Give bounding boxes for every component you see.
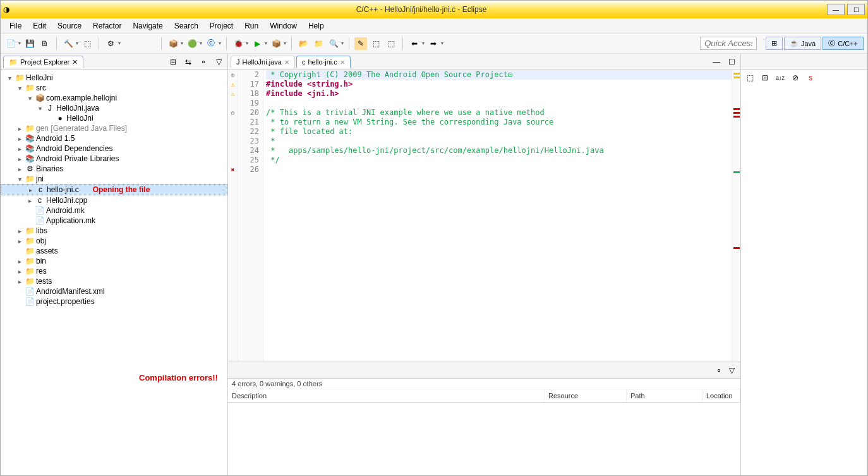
editor-tabs: JHelloJni.java✕chello-jni.c✕ — ☐ — [228, 54, 740, 70]
project-tree[interactable]: ▾📁HelloJni▾📁src▾📦com.example.hellojni▾JH… — [1, 70, 227, 475]
tree-item[interactable]: ▸chello-jni.cOpening the file — [1, 184, 227, 195]
tree-item[interactable]: ▸cHelloJni.cpp — [1, 195, 227, 205]
save-icon[interactable]: 💾 — [23, 37, 36, 50]
editor-tab[interactable]: chello-jni.c✕ — [296, 56, 351, 68]
tree-item[interactable]: ●HelloJni — [1, 113, 227, 123]
collapse-all-icon[interactable]: ⊟ — [167, 56, 179, 68]
hide-static-icon[interactable]: ⊘ — [789, 71, 802, 84]
app-window: ◑ C/C++ - HelloJni/jni/hello-jni.c - Ecl… — [0, 0, 868, 476]
az-sort-icon[interactable]: a↓z — [774, 71, 787, 84]
wizard-icon[interactable]: ⚙ — [104, 37, 117, 50]
menu-run[interactable]: Run — [239, 20, 263, 32]
editor-tab[interactable]: JHelloJni.java✕ — [231, 56, 295, 68]
maximize-view-icon[interactable]: ☐ — [725, 56, 738, 68]
tree-item[interactable]: ▾📦com.example.hellojni — [1, 93, 227, 103]
back-icon[interactable]: ⬅ — [408, 37, 421, 50]
save-all-icon[interactable]: 🗎 — [39, 37, 51, 50]
menu-source[interactable]: Source — [52, 20, 87, 32]
link-icon[interactable]: ⬚ — [370, 37, 382, 50]
menu-file[interactable]: File — [4, 20, 27, 32]
close-icon[interactable]: ✕ — [340, 59, 345, 66]
eclipse-icon: ◑ — [3, 5, 16, 14]
java-perspective-button[interactable]: ☕Java — [784, 37, 821, 50]
menu-search[interactable]: Search — [169, 20, 203, 32]
tree-item[interactable]: 📁assets — [1, 246, 227, 256]
class-icon[interactable]: 🟢 — [186, 37, 198, 50]
tree-item[interactable]: ▾JHelloJni.java — [1, 103, 227, 113]
menu-refactor[interactable]: Refactor — [88, 20, 126, 32]
open-type-icon[interactable]: 📦 — [167, 37, 179, 50]
overview-ruler[interactable] — [732, 70, 740, 362]
debug-icon[interactable]: 🐞 — [232, 37, 244, 50]
hide-fields-icon[interactable]: ⊟ — [759, 71, 771, 84]
col-resource[interactable]: Resource — [545, 389, 627, 402]
sort-icon[interactable]: ⬚ — [744, 71, 756, 84]
build-icon[interactable]: 🔨 — [62, 37, 75, 50]
col-description[interactable]: Description — [228, 389, 545, 402]
search-icon[interactable]: 🔍 — [327, 37, 340, 50]
new-icon[interactable]: 📄 — [4, 37, 17, 50]
tree-item[interactable]: 📄Application.mk — [1, 216, 227, 226]
menu-help[interactable]: Help — [303, 20, 329, 32]
outline-view: ⬚ ⊟ a↓z ⊘ s — [741, 54, 867, 475]
menu-edit[interactable]: Edit — [28, 20, 51, 32]
main-toolbar: 📄▾ 💾 🗎 🔨▾ ⬚ ⚙▾ 📦▾ 🟢▾ ⓒ▾ 🐞▾ ▶▾ 📦▾ 📂 📁 🔍▾ … — [1, 34, 867, 54]
menubar: FileEditSourceRefactorNavigateSearchProj… — [1, 18, 867, 34]
cpp-perspective-button[interactable]: ⓒC/C++ — [823, 37, 864, 50]
minimize-button[interactable]: — — [827, 4, 845, 15]
problems-menu-icon[interactable]: ⚬ — [713, 364, 725, 377]
new-folder-icon[interactable]: 📂 — [297, 37, 310, 50]
tree-item[interactable]: ▾📁jni — [1, 174, 227, 184]
code-editor[interactable]: ⊕⚠⚠⊖✖ 217181920212223242526 * Copyright … — [228, 70, 740, 362]
tree-item[interactable]: 📄project.properties — [1, 296, 227, 307]
tree-item[interactable]: ▸📁libs — [1, 226, 227, 236]
run-icon[interactable]: ▶ — [251, 37, 263, 50]
tree-item[interactable]: 📄Android.mk — [1, 205, 227, 216]
titlebar: ◑ C/C++ - HelloJni/jni/hello-jni.c - Ecl… — [1, 1, 867, 18]
maximize-button[interactable]: ☐ — [847, 4, 865, 15]
col-location[interactable]: Location — [702, 389, 740, 402]
mark-icon[interactable]: ✎ — [354, 37, 367, 50]
tree-item[interactable]: ▸📚Android 1.5 — [1, 133, 227, 143]
tree-item[interactable]: ▸📁bin — [1, 256, 227, 266]
menu-navigate[interactable]: Navigate — [128, 20, 167, 32]
problems-status: 4 errors, 0 warnings, 0 others — [228, 379, 740, 389]
filter-icon[interactable]: ⬚ — [385, 37, 397, 50]
folder-icon[interactable]: 📁 — [312, 37, 325, 50]
link-editor-icon[interactable]: ⇆ — [182, 56, 195, 68]
menu-project[interactable]: Project — [205, 20, 238, 32]
problems-view: ⚬▽ 4 errors, 0 warnings, 0 others Descri… — [228, 362, 740, 475]
tree-item[interactable]: ▸📁tests — [1, 276, 227, 286]
open-perspective-button[interactable]: ⊞ — [766, 37, 783, 50]
view-menu-icon[interactable]: ▽ — [212, 56, 225, 68]
hide-non-public-icon[interactable]: s — [804, 71, 817, 84]
problems-list[interactable] — [228, 403, 740, 475]
tree-item[interactable]: ▸📚Android Dependencies — [1, 143, 227, 154]
quick-access-input[interactable] — [700, 37, 757, 50]
focus-icon[interactable]: ⚬ — [197, 56, 210, 68]
view-menu-icon[interactable]: ▽ — [725, 364, 738, 377]
menu-window[interactable]: Window — [265, 20, 302, 32]
project-explorer-tab[interactable]: 📁 Project Explorer ✕ — [3, 56, 83, 68]
window-title: C/C++ - HelloJni/jni/hello-jni.c - Eclip… — [16, 5, 827, 14]
forward-icon[interactable]: ➡ — [427, 37, 440, 50]
minimize-view-icon[interactable]: — — [710, 56, 723, 68]
project-explorer-view: 📁 Project Explorer ✕ ⊟ ⇆ ⚬ ▽ ▾📁HelloJni▾… — [1, 54, 228, 475]
tree-item[interactable]: ▸📁res — [1, 266, 227, 276]
tree-item[interactable]: ▾📁HelloJni — [1, 73, 227, 83]
col-path[interactable]: Path — [627, 389, 702, 402]
tree-item[interactable]: 📄AndroidManifest.xml — [1, 286, 227, 296]
close-icon[interactable]: ✕ — [284, 59, 289, 66]
compile-errors-annotation: Compilation errors!! — [139, 373, 218, 382]
external-tools-icon[interactable]: 📦 — [270, 37, 282, 50]
workspace: 📁 Project Explorer ✕ ⊟ ⇆ ⚬ ▽ ▾📁HelloJni▾… — [1, 54, 867, 475]
tree-item[interactable]: ▸📁gen [Generated Java Files] — [1, 123, 227, 133]
problems-header: Description Resource Path Location — [228, 389, 740, 403]
editor-area: JHelloJni.java✕chello-jni.c✕ — ☐ ⊕⚠⚠⊖✖ 2… — [228, 54, 741, 475]
tree-item[interactable]: ▾📁src — [1, 83, 227, 93]
tree-item[interactable]: ▸📚Android Private Libraries — [1, 154, 227, 164]
tree-item[interactable]: ▸📁obj — [1, 236, 227, 246]
header-icon[interactable]: ⓒ — [205, 37, 217, 50]
tree-item[interactable]: ▸⚙Binaries — [1, 164, 227, 174]
toggle-icon[interactable]: ⬚ — [81, 37, 93, 50]
